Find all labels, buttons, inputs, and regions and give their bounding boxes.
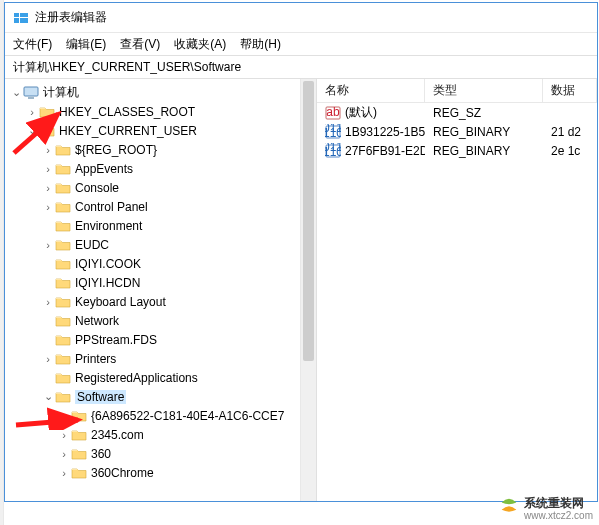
folder-icon — [55, 314, 71, 328]
tree-label: 360Chrome — [91, 466, 154, 480]
menu-favorites[interactable]: 收藏夹(A) — [174, 36, 226, 53]
tree-item[interactable]: ›Printers — [5, 349, 316, 368]
tree-item[interactable]: ›Network — [5, 311, 316, 330]
expand-toggle[interactable]: › — [57, 467, 71, 479]
value-type: REG_BINARY — [425, 125, 543, 139]
column-data[interactable]: 数据 — [543, 79, 597, 102]
svg-rect-0 — [14, 13, 19, 17]
value-row[interactable]: 0111101B931225-1B5...REG_BINARY21 d2 — [317, 122, 597, 141]
expand-toggle[interactable]: › — [57, 410, 71, 422]
watermark-icon — [498, 497, 520, 519]
svg-text:110: 110 — [325, 126, 341, 140]
folder-icon — [55, 143, 71, 157]
value-type: REG_BINARY — [425, 144, 543, 158]
tree-label: Software — [75, 390, 126, 404]
menu-view[interactable]: 查看(V) — [120, 36, 160, 53]
tree-item[interactable]: ›RegisteredApplications — [5, 368, 316, 387]
value-row[interactable]: ab(默认)REG_SZ — [317, 103, 597, 122]
tree-item[interactable]: ›360 — [5, 444, 316, 463]
folder-icon — [55, 181, 71, 195]
folder-icon — [55, 200, 71, 214]
folder-icon — [55, 276, 71, 290]
menu-edit[interactable]: 编辑(E) — [66, 36, 106, 53]
expand-toggle[interactable]: › — [41, 163, 55, 175]
values-panel[interactable]: 名称 类型 数据 ab(默认)REG_SZ0111101B931225-1B5.… — [317, 79, 597, 501]
menu-file[interactable]: 文件(F) — [13, 36, 52, 53]
value-name: (默认) — [345, 104, 377, 121]
tree-item[interactable]: ›HKEY_CLASSES_ROOT — [5, 102, 316, 121]
tree-label: Environment — [75, 219, 142, 233]
svg-text:ab: ab — [326, 105, 340, 119]
svg-rect-3 — [20, 18, 28, 23]
expand-toggle[interactable]: › — [41, 296, 55, 308]
svg-rect-2 — [14, 18, 19, 23]
watermark: 系统重装网 www.xtcz2.com — [498, 495, 593, 521]
tree-root[interactable]: ⌄ 计算机 — [5, 83, 316, 102]
tree-item[interactable]: ›AppEvents — [5, 159, 316, 178]
tree-item[interactable]: ⌄HKEY_CURRENT_USER — [5, 121, 316, 140]
tree-item[interactable]: ›IQIYI.COOK — [5, 254, 316, 273]
scrollbar-thumb[interactable] — [303, 81, 314, 361]
value-name-cell: 0111101B931225-1B5... — [317, 124, 425, 140]
tree-label: HKEY_CURRENT_USER — [59, 124, 197, 138]
tree-item[interactable]: ›Environment — [5, 216, 316, 235]
tree-item[interactable]: ›2345.com — [5, 425, 316, 444]
watermark-text: 系统重装网 — [524, 496, 584, 510]
svg-text:110: 110 — [325, 145, 341, 159]
expand-toggle[interactable]: › — [41, 144, 55, 156]
expand-toggle[interactable]: › — [41, 353, 55, 365]
address-input[interactable] — [13, 60, 597, 74]
tree-item[interactable]: ›Console — [5, 178, 316, 197]
tree-panel[interactable]: ⌄ 计算机 ›HKEY_CLASSES_ROOT⌄HKEY_CURRENT_US… — [5, 79, 317, 501]
computer-icon — [23, 86, 39, 100]
svg-rect-5 — [28, 97, 34, 99]
folder-icon — [55, 162, 71, 176]
expand-toggle[interactable]: › — [57, 448, 71, 460]
tree-label: EUDC — [75, 238, 109, 252]
value-data: 21 d2 — [543, 125, 597, 139]
addressbar[interactable] — [5, 55, 597, 79]
folder-icon — [71, 428, 87, 442]
expand-toggle[interactable]: ⌄ — [25, 124, 39, 137]
column-name[interactable]: 名称 — [317, 79, 425, 102]
expand-toggle[interactable]: › — [57, 429, 71, 441]
tree-label: Control Panel — [75, 200, 148, 214]
window-title: 注册表编辑器 — [35, 9, 107, 26]
folder-icon — [55, 295, 71, 309]
tree-item[interactable]: ›Control Panel — [5, 197, 316, 216]
expand-toggle[interactable]: ⌄ — [41, 390, 55, 403]
tree-label: IQIYI.COOK — [75, 257, 141, 271]
tree-scrollbar[interactable] — [300, 79, 316, 501]
titlebar[interactable]: 注册表编辑器 — [5, 3, 597, 33]
tree-item[interactable]: ›${REG_ROOT} — [5, 140, 316, 159]
expand-toggle[interactable]: › — [41, 239, 55, 251]
watermark-url: www.xtcz2.com — [524, 510, 593, 521]
folder-icon — [55, 219, 71, 233]
tree-item[interactable]: ›360Chrome — [5, 463, 316, 482]
expand-toggle[interactable]: › — [25, 106, 39, 118]
expand-toggle[interactable]: › — [41, 201, 55, 213]
tree-item[interactable]: ›{6A896522-C181-40E4-A1C6-CCE7 — [5, 406, 316, 425]
tree-label: IQIYI.HCDN — [75, 276, 140, 290]
tree-item[interactable]: ›PPStream.FDS — [5, 330, 316, 349]
tree-label: 计算机 — [43, 84, 79, 101]
svg-rect-4 — [24, 87, 38, 96]
menu-help[interactable]: 帮助(H) — [240, 36, 281, 53]
tree-item[interactable]: ›EUDC — [5, 235, 316, 254]
tree-item[interactable]: ›IQIYI.HCDN — [5, 273, 316, 292]
folder-icon — [55, 390, 71, 404]
tree-item[interactable]: ⌄Software — [5, 387, 316, 406]
tree-label: ${REG_ROOT} — [75, 143, 157, 157]
value-row[interactable]: 01111027F6FB91-E2D...REG_BINARY2e 1c — [317, 141, 597, 160]
tree-item[interactable]: ›Keyboard Layout — [5, 292, 316, 311]
folder-icon — [55, 333, 71, 347]
tree-label: HKEY_CLASSES_ROOT — [59, 105, 195, 119]
expand-toggle[interactable]: › — [41, 182, 55, 194]
tree-label: PPStream.FDS — [75, 333, 157, 347]
value-name: 1B931225-1B5... — [345, 125, 425, 139]
expand-toggle[interactable]: ⌄ — [9, 86, 23, 99]
column-type[interactable]: 类型 — [425, 79, 543, 102]
tree-label: Printers — [75, 352, 116, 366]
tree-label: Keyboard Layout — [75, 295, 166, 309]
folder-icon — [55, 371, 71, 385]
